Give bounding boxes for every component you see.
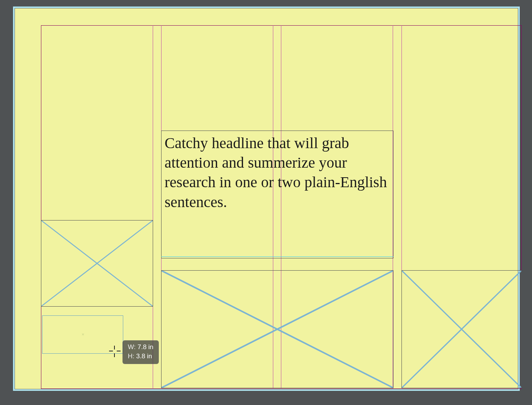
headline-text-frame[interactable]: Catchy headline that will grab attention…	[161, 131, 393, 258]
height-label: H:	[128, 353, 134, 360]
image-frame-center[interactable]	[161, 270, 393, 388]
headline-text[interactable]: Catchy headline that will grab attention…	[162, 131, 393, 214]
image-frame-right[interactable]	[401, 270, 522, 388]
dimension-tooltip: W: 7.8 in H: 3.8 in	[122, 340, 159, 364]
height-value: 3.8 in	[136, 353, 152, 360]
width-label: W:	[128, 343, 135, 351]
frame-anchor-icon: ✕	[81, 333, 85, 336]
document-page[interactable]: Catchy headline that will grab attention…	[15, 8, 518, 389]
ruler-guide[interactable]	[161, 256, 393, 257]
width-value: 7.8 in	[137, 343, 153, 351]
image-frame-left[interactable]	[41, 220, 153, 307]
new-frame-drag-outline[interactable]: ✕	[42, 315, 123, 354]
